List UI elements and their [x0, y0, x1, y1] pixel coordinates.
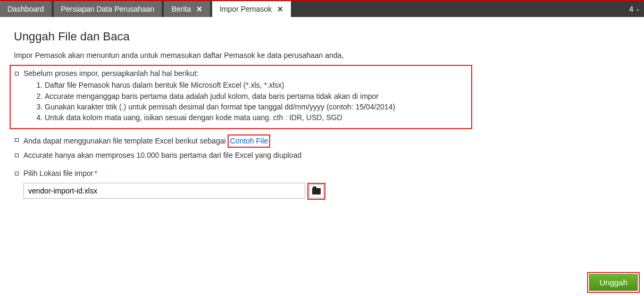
- prep-item: Untuk data kolom mata uang, isikan sesua…: [45, 112, 468, 123]
- tab-label: Dashboard: [7, 5, 44, 13]
- close-icon[interactable]: ✕: [277, 5, 283, 13]
- page-title: Unggah File dan Baca: [14, 30, 630, 44]
- template-link-highlight: Contoh File: [228, 134, 270, 147]
- prep-heading: Sebelum proses impor, persiapkanlah hal …: [23, 69, 198, 78]
- tab-label: Persiapan Data Perusahaan: [61, 5, 155, 13]
- template-line: Anda dapat menggunakan file template Exc…: [14, 134, 630, 147]
- prep-item: Daftar file Pemasok harus dalam bentuk f…: [45, 80, 468, 90]
- template-prefix: Anda dapat menggunakan file template Exc…: [23, 137, 228, 145]
- file-label-line: Pilih Lokasi file impor*: [14, 168, 630, 179]
- prep-item: Accurate menganggap baris pertama data a…: [45, 91, 468, 102]
- folder-icon: [312, 188, 321, 194]
- browse-button[interactable]: [309, 184, 324, 198]
- tab-bar: Dashboard Persiapan Data Perusahaan Beri…: [0, 1, 644, 17]
- notif-count: 4: [629, 5, 633, 13]
- upload-highlight: Unggah: [587, 272, 640, 293]
- prep-item: Gunakan karakter titik (.) untuk pemisah…: [45, 102, 468, 112]
- footer-actions: Unggah: [587, 272, 640, 293]
- limit-note: Accurate hanya akan memproses 10.000 bar…: [14, 150, 630, 160]
- file-path-input[interactable]: [23, 183, 305, 199]
- main-content: Unggah File dan Baca Impor Pemasok akan …: [0, 17, 644, 200]
- caret-down-icon: ⌄: [635, 6, 640, 12]
- prep-list: Daftar file Pemasok harus dalam bentuk f…: [23, 80, 468, 123]
- tab-berita[interactable]: Berita ✕: [164, 1, 210, 17]
- tab-label: Berita: [171, 5, 191, 13]
- file-picker-row: [23, 183, 630, 200]
- tab-impor-pemasok[interactable]: Impor Pemasok ✕: [212, 1, 291, 17]
- tab-persiapan[interactable]: Persiapan Data Perusahaan: [54, 1, 162, 17]
- prep-highlight-box: Sebelum proses impor, persiapkanlah hal …: [10, 65, 472, 129]
- upload-button[interactable]: Unggah: [589, 274, 638, 291]
- file-label: Pilih Lokasi file impor: [23, 169, 94, 177]
- intro-text: Impor Pemasok akan menuntun anda untuk m…: [14, 51, 630, 60]
- notification-counter[interactable]: 4 ⌄: [629, 1, 640, 17]
- tab-dashboard[interactable]: Dashboard: [0, 1, 52, 17]
- required-star: *: [95, 169, 97, 177]
- tab-label: Impor Pemasok: [220, 5, 272, 13]
- contoh-file-link[interactable]: Contoh File: [230, 137, 268, 145]
- prep-heading-item: Sebelum proses impor, persiapkanlah hal …: [14, 68, 468, 123]
- close-icon[interactable]: ✕: [196, 5, 203, 13]
- browse-highlight: [307, 183, 325, 200]
